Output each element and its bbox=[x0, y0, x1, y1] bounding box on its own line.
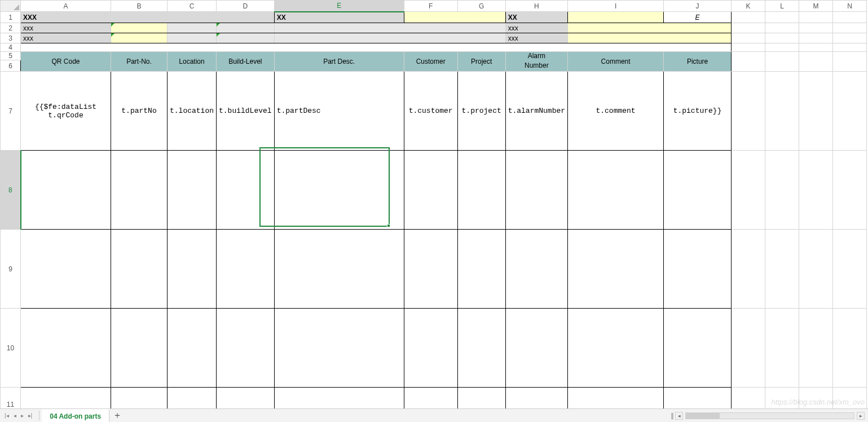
cell-E8[interactable] bbox=[274, 151, 404, 230]
cell-N2[interactable] bbox=[833, 23, 867, 33]
cell-I9[interactable] bbox=[568, 230, 664, 309]
col-header-E[interactable]: E bbox=[274, 1, 404, 12]
cell-A2[interactable]: xxx bbox=[21, 23, 111, 33]
cell-J11[interactable] bbox=[664, 388, 732, 409]
header-C[interactable]: Location bbox=[168, 52, 217, 72]
cell-M8[interactable] bbox=[799, 151, 833, 230]
cell-A4[interactable] bbox=[21, 43, 732, 52]
cell-F8[interactable] bbox=[404, 151, 457, 230]
cell-L11[interactable] bbox=[765, 388, 799, 409]
cell-N5[interactable] bbox=[833, 52, 867, 72]
row-header-8[interactable]: 8 bbox=[1, 151, 21, 230]
cell-N3[interactable] bbox=[833, 33, 867, 43]
cell-L7[interactable] bbox=[765, 72, 799, 151]
tab-last-icon[interactable]: ▸| bbox=[27, 412, 34, 419]
cell-D8[interactable] bbox=[217, 151, 275, 230]
cell-K11[interactable] bbox=[732, 388, 765, 409]
add-sheet-button[interactable]: ＋ bbox=[109, 409, 125, 422]
cell-M11[interactable] bbox=[799, 388, 833, 409]
cell-H3[interactable]: xxx bbox=[505, 33, 567, 43]
cell-I1[interactable] bbox=[568, 12, 664, 23]
cell-B7[interactable]: t.partNo bbox=[111, 72, 168, 151]
hscroll-left-button[interactable]: ◂ bbox=[675, 412, 683, 420]
cell-F10[interactable] bbox=[404, 309, 457, 388]
cell-H11[interactable] bbox=[505, 388, 567, 409]
row-header-4[interactable]: 4 bbox=[1, 43, 21, 52]
cell-H1[interactable]: XX bbox=[505, 12, 567, 23]
col-header-N[interactable]: N bbox=[833, 1, 867, 12]
cell-L4[interactable] bbox=[765, 43, 799, 52]
cell-H9[interactable] bbox=[505, 230, 567, 309]
col-header-C[interactable]: C bbox=[168, 1, 217, 12]
cell-M3[interactable] bbox=[799, 33, 833, 43]
cell-D9[interactable] bbox=[217, 230, 275, 309]
col-header-H[interactable]: H bbox=[505, 1, 567, 12]
cell-G7[interactable]: t.project bbox=[457, 72, 505, 151]
cell-D11[interactable] bbox=[217, 388, 275, 409]
cell-G9[interactable] bbox=[457, 230, 505, 309]
cell-E9[interactable] bbox=[274, 230, 404, 309]
cell-C3[interactable] bbox=[168, 33, 217, 43]
cell-H7[interactable]: t.alarmNumber bbox=[505, 72, 567, 151]
cell-M5[interactable] bbox=[799, 52, 833, 72]
row-header-9[interactable]: 9 bbox=[1, 230, 21, 309]
cell-N11[interactable] bbox=[833, 388, 867, 409]
cell-H2[interactable]: xxx bbox=[505, 23, 567, 33]
cell-M4[interactable] bbox=[799, 43, 833, 52]
cell-M2[interactable] bbox=[799, 23, 833, 33]
cell-B10[interactable] bbox=[111, 309, 168, 388]
tab-first-icon[interactable]: |◂ bbox=[3, 412, 10, 419]
header-D[interactable]: Build-Level bbox=[217, 52, 275, 72]
cell-J9[interactable] bbox=[664, 230, 732, 309]
cell-M1[interactable] bbox=[799, 12, 833, 23]
cell-A1[interactable]: XXX bbox=[21, 12, 275, 23]
cell-E7[interactable]: t.partDesc bbox=[274, 72, 404, 151]
cell-D2[interactable] bbox=[217, 23, 275, 33]
cell-F1[interactable] bbox=[404, 12, 505, 23]
hscroll-right-button[interactable]: ▸ bbox=[857, 412, 865, 420]
cell-L3[interactable] bbox=[765, 33, 799, 43]
cell-K10[interactable] bbox=[732, 309, 765, 388]
cell-G10[interactable] bbox=[457, 309, 505, 388]
cell-F7[interactable]: t.customer bbox=[404, 72, 457, 151]
cell-M10[interactable] bbox=[799, 309, 833, 388]
grid-scroll-area[interactable]: ABCDEFGHIJKLMN1XXXXXXXE2xxxxxx3xxxxxx45Q… bbox=[0, 0, 868, 408]
row-header-10[interactable]: 10 bbox=[1, 309, 21, 388]
row-header-3[interactable]: 3 bbox=[1, 33, 21, 43]
cell-B11[interactable] bbox=[111, 388, 168, 409]
header-E[interactable]: Part Desc. bbox=[274, 52, 404, 72]
row-header-5[interactable]: 5 bbox=[1, 52, 21, 60]
cell-D7[interactable]: t.buildLevel bbox=[217, 72, 275, 151]
cell-L1[interactable] bbox=[765, 12, 799, 23]
cell-I11[interactable] bbox=[568, 388, 664, 409]
cell-J8[interactable] bbox=[664, 151, 732, 230]
header-H-bot[interactable]: Number bbox=[505, 60, 567, 72]
header-G[interactable]: Project bbox=[457, 52, 505, 72]
cell-A11[interactable] bbox=[21, 388, 111, 409]
cell-I8[interactable] bbox=[568, 151, 664, 230]
row-header-2[interactable]: 2 bbox=[1, 23, 21, 33]
cell-A3[interactable]: xxx bbox=[21, 33, 111, 43]
col-header-A[interactable]: A bbox=[21, 1, 111, 12]
cell-C11[interactable] bbox=[168, 388, 217, 409]
row-header-7[interactable]: 7 bbox=[1, 72, 21, 151]
col-header-J[interactable]: J bbox=[664, 1, 732, 12]
cell-J7[interactable]: t.picture}} bbox=[664, 72, 732, 151]
col-header-D[interactable]: D bbox=[217, 1, 275, 12]
hscroll-thumb[interactable] bbox=[686, 413, 720, 419]
header-H-top[interactable]: Alarm bbox=[505, 52, 567, 60]
cell-L8[interactable] bbox=[765, 151, 799, 230]
split-handle-icon[interactable]: ∥ bbox=[671, 412, 673, 420]
cell-N1[interactable] bbox=[833, 12, 867, 23]
cell-M7[interactable] bbox=[799, 72, 833, 151]
cell-B8[interactable] bbox=[111, 151, 168, 230]
cell-C9[interactable] bbox=[168, 230, 217, 309]
col-header-K[interactable]: K bbox=[732, 1, 765, 12]
cell-K3[interactable] bbox=[732, 33, 765, 43]
cell-A9[interactable] bbox=[21, 230, 111, 309]
cell-K1[interactable] bbox=[732, 12, 765, 23]
cell-A10[interactable] bbox=[21, 309, 111, 388]
cell-N4[interactable] bbox=[833, 43, 867, 52]
cell-K8[interactable] bbox=[732, 151, 765, 230]
cell-E11[interactable] bbox=[274, 388, 404, 409]
